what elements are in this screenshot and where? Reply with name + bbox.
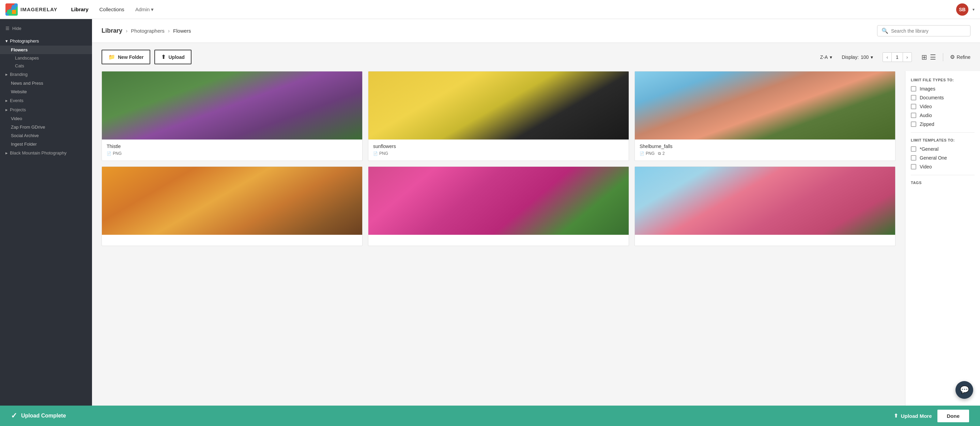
logo-icon — [5, 3, 18, 16]
copy-icon: ⧉ — [658, 151, 661, 156]
display-value: 100 — [861, 54, 869, 60]
file-icon: 📄 — [107, 151, 111, 156]
new-folder-button[interactable]: 📁 New Folder — [102, 50, 150, 64]
upload-button[interactable]: ⬆ Upload — [154, 50, 191, 64]
sidebar-item-news-and-press[interactable]: News and Press — [0, 79, 92, 87]
zipped-checkbox[interactable] — [911, 122, 916, 127]
nav-library[interactable]: Library — [71, 6, 89, 12]
breadcrumb-photographers[interactable]: Photographers — [131, 28, 164, 34]
sidebar-category-label: Photographers — [10, 38, 39, 44]
sidebar-item-video[interactable]: Video — [0, 114, 92, 123]
sidebar-hide-button[interactable]: ☰ Hide — [0, 23, 92, 34]
tags-title: TAGS — [911, 181, 975, 185]
chat-bubble[interactable]: 💬 — [956, 381, 973, 399]
sidebar-item-branding[interactable]: ▸ Branding — [0, 70, 92, 79]
app-body: ☰ Hide ▾ Photographers Flowers Landscape… — [0, 19, 980, 426]
breadcrumb-sep-1: › — [126, 28, 127, 34]
refine-button[interactable]: ⚙ Refine — [950, 54, 970, 60]
refine-video: Video — [911, 104, 975, 109]
photo-type-sunflowers: 📄 PNG — [373, 151, 388, 156]
upload-more-button[interactable]: ⬆ Upload More — [894, 413, 932, 419]
upload-complete-status: ✓ Upload Complete — [11, 411, 66, 420]
sidebar-item-events[interactable]: ▸ Events — [0, 96, 92, 105]
photo-type-label: PNG — [379, 151, 388, 156]
nav-collections[interactable]: Collections — [100, 6, 124, 12]
photo-name-sunflowers: sunflowers — [373, 144, 624, 149]
sidebar-item-ingest-folder[interactable]: Ingest Folder — [0, 140, 92, 148]
photo-card-dahlia[interactable] — [635, 166, 896, 246]
photo-card-orange-roses[interactable] — [102, 166, 363, 246]
logo-text: IMAGERELAY — [21, 6, 57, 12]
photo-card-sunflowers[interactable]: sunflowers 📄 PNG — [368, 71, 629, 161]
breadcrumb-current: Flowers — [173, 28, 191, 34]
svg-rect-2 — [7, 10, 11, 14]
general-one-checkbox[interactable] — [911, 155, 916, 161]
sidebar-item-flowers[interactable]: Flowers — [0, 46, 92, 54]
page-next-button[interactable]: › — [903, 53, 912, 62]
chat-icon: 💬 — [960, 385, 969, 394]
sidebar-expand-arrow: ▾ — [5, 38, 8, 44]
sort-button[interactable]: Z-A ▾ — [820, 54, 832, 60]
video-tpl-checkbox[interactable] — [911, 164, 916, 169]
display-label: Display: — [842, 54, 859, 60]
sidebar-black-mountain-arrow: ▸ — [5, 150, 8, 155]
templates-title: LIMIT TEMPLATES TO: — [911, 138, 975, 142]
photo-card-pink-flowers[interactable] — [368, 166, 629, 246]
photo-name-shelburne: Shelburne_falls — [640, 144, 890, 149]
video-checkbox[interactable] — [911, 104, 916, 109]
sidebar-item-landscapes[interactable]: Landscapes — [0, 54, 92, 62]
logo[interactable]: IMAGERELAY — [5, 3, 57, 16]
list-view-icon[interactable]: ☰ — [930, 53, 936, 61]
done-button[interactable]: Done — [937, 410, 969, 422]
sidebar-item-social-archive[interactable]: Social Archive — [0, 131, 92, 140]
sidebar-projects-arrow: ▸ — [5, 107, 8, 112]
refine-zipped: Zipped — [911, 122, 975, 127]
breadcrumb-home[interactable]: Library — [102, 27, 123, 34]
general-one-label: General One — [920, 155, 947, 161]
documents-checkbox[interactable] — [911, 95, 916, 100]
search-icon: 🔍 — [881, 28, 888, 34]
display-arrow-icon: ▾ — [870, 54, 873, 60]
sidebar-item-website[interactable]: Website — [0, 87, 92, 96]
audio-label: Audio — [920, 112, 932, 118]
video-label: Video — [920, 104, 932, 109]
user-avatar[interactable]: SB — [956, 3, 969, 16]
file-icon: 📄 — [640, 151, 644, 156]
general-checkbox[interactable] — [911, 146, 916, 152]
refine-general: *General — [911, 146, 975, 152]
grid-view-icon[interactable]: ⊞ — [921, 53, 927, 61]
search-wrapper[interactable]: 🔍 — [877, 25, 970, 36]
nav-admin[interactable]: Admin ▾ — [135, 6, 154, 13]
svg-rect-0 — [7, 5, 11, 9]
bottom-bar-actions: ⬆ Upload More Done — [894, 410, 969, 422]
images-checkbox[interactable] — [911, 86, 916, 92]
pagination: ‹ 1 › — [883, 52, 912, 62]
photo-card-shelburne[interactable]: Shelburne_falls 📄 PNG ⧉ 2 — [635, 71, 896, 161]
audio-checkbox[interactable] — [911, 112, 916, 118]
refine-icon: ⚙ — [950, 54, 955, 60]
search-input[interactable] — [891, 28, 966, 34]
photo-card-thistle[interactable]: Thistle 📄 PNG — [102, 71, 363, 161]
sidebar-item-photographers[interactable]: ▾ Photographers — [0, 36, 92, 46]
nav-links: Library Collections Admin ▾ — [71, 6, 956, 13]
sidebar-branding-arrow: ▸ — [5, 72, 8, 77]
sidebar-item-zap-from-gdrive[interactable]: Zap From GDrive — [0, 123, 92, 131]
sidebar-projects-label: Projects — [10, 107, 26, 112]
display-button[interactable]: Display: 100 ▾ — [842, 54, 873, 60]
sidebar-item-cats[interactable]: Cats — [0, 62, 92, 70]
sidebar-item-black-mountain[interactable]: ▸ Black Mountain Photography — [0, 148, 92, 158]
sidebar-item-projects[interactable]: ▸ Projects — [0, 105, 92, 114]
page-prev-button[interactable]: ‹ — [883, 53, 891, 62]
photo-tags-sunflowers: 📄 PNG — [373, 151, 624, 156]
user-dropdown-arrow[interactable]: ▾ — [972, 7, 975, 12]
general-label: *General — [920, 146, 939, 152]
photo-thumb-pink-flowers — [368, 167, 629, 235]
sidebar-black-mountain-label: Black Mountain Photography — [10, 150, 67, 155]
toolbar: 📁 New Folder ⬆ Upload Z-A ▾ Display: 100… — [92, 43, 980, 71]
photo-meta-pink-flowers — [368, 235, 629, 245]
upload-more-icon: ⬆ — [894, 413, 898, 419]
page-number: 1 — [891, 53, 903, 62]
photo-type-label: PNG — [646, 151, 655, 156]
upload-complete-label: Upload Complete — [21, 413, 66, 419]
bottom-bar: ✓ Upload Complete ⬆ Upload More Done — [0, 405, 980, 426]
